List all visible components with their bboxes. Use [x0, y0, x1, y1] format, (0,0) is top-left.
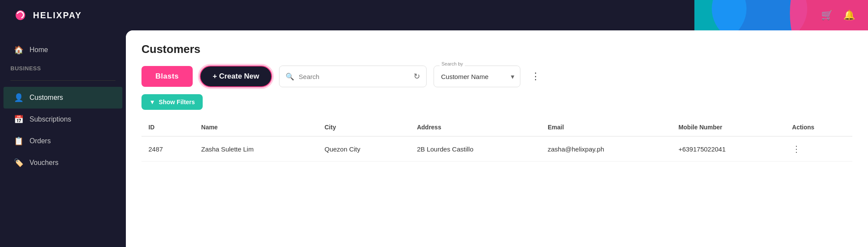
col-email: Email — [541, 119, 671, 136]
search-by-select[interactable]: Customer Name Email Mobile Number ID — [434, 66, 520, 87]
blasts-button[interactable]: Blasts — [141, 66, 193, 87]
col-id: ID — [141, 119, 194, 136]
topbar-right: 🛒 🔔 — [821, 10, 855, 21]
search-container: 🔍 ↻ — [279, 66, 427, 87]
col-name: Name — [194, 119, 318, 136]
more-options-button[interactable]: ⋮ — [527, 69, 544, 84]
table-header-row: ID Name City Address Email Mobile Number… — [141, 119, 852, 136]
cell-name: Zasha Sulette Lim — [194, 136, 318, 161]
row-actions-button[interactable]: ⋮ — [792, 144, 801, 154]
table-header: ID Name City Address Email Mobile Number… — [141, 119, 852, 136]
helixpay-logo-icon — [13, 7, 29, 23]
search-by-label: Search by — [440, 61, 465, 66]
orders-label: Orders — [30, 137, 51, 145]
table-row: 2487 Zasha Sulette Lim Quezon City 2B Lo… — [141, 136, 852, 161]
sidebar-item-orders[interactable]: 📋 Orders — [3, 130, 122, 152]
home-icon: 🏠 — [14, 45, 23, 55]
home-label: Home — [30, 46, 48, 54]
page-title: Customers — [141, 43, 852, 56]
sidebar-item-vouchers[interactable]: 🏷️ Vouchers — [3, 152, 122, 174]
sidebar-item-home[interactable]: 🏠 Home — [3, 39, 122, 61]
filters-row: ▼ Show Filters — [141, 94, 852, 110]
search-input[interactable] — [299, 73, 409, 80]
logo-text: HELIXPAY — [33, 10, 82, 20]
refresh-icon[interactable]: ↻ — [414, 72, 420, 81]
search-icon: 🔍 — [286, 72, 294, 81]
toolbar: Blasts + Create New 🔍 ↻ Search by Custom… — [141, 66, 852, 87]
topbar-left: HELIXPAY — [13, 7, 82, 23]
sidebar-item-subscriptions[interactable]: 📅 Subscriptions — [3, 109, 122, 130]
cell-actions: ⋮ — [785, 136, 852, 161]
cell-mobile: +639175022041 — [671, 136, 785, 161]
bell-icon[interactable]: 🔔 — [843, 10, 855, 21]
sidebar-section-business: Business — [0, 61, 126, 78]
cell-city: Quezon City — [318, 136, 410, 161]
content-area: Customers Blasts + Create New 🔍 ↻ Search… — [126, 30, 868, 247]
create-new-button[interactable]: + Create New — [200, 66, 272, 87]
sidebar-divider — [10, 80, 115, 81]
topbar: HELIXPAY 🛒 🔔 — [0, 0, 868, 30]
col-mobile: Mobile Number — [671, 119, 785, 136]
col-address: Address — [410, 119, 541, 136]
col-city: City — [318, 119, 410, 136]
show-filters-label: Show Filters — [159, 99, 195, 105]
cell-address: 2B Lourdes Castillo — [410, 136, 541, 161]
customers-table: ID Name City Address Email Mobile Number… — [141, 119, 852, 161]
table-body: 2487 Zasha Sulette Lim Quezon City 2B Lo… — [141, 136, 852, 161]
customers-label: Customers — [30, 94, 63, 102]
show-filters-button[interactable]: ▼ Show Filters — [141, 94, 203, 110]
customers-icon: 👤 — [14, 93, 23, 102]
cart-icon[interactable]: 🛒 — [821, 10, 833, 21]
vouchers-icon: 🏷️ — [14, 158, 23, 168]
filter-icon: ▼ — [149, 99, 155, 105]
main-layout: 🏠 Home Business 👤 Customers 📅 Subscripti… — [0, 30, 868, 247]
subscriptions-label: Subscriptions — [30, 115, 71, 123]
cell-id: 2487 — [141, 136, 194, 161]
cell-email: zasha@helixpay.ph — [541, 136, 671, 161]
content-inner: Customers Blasts + Create New 🔍 ↻ Search… — [126, 30, 868, 247]
sidebar: 🏠 Home Business 👤 Customers 📅 Subscripti… — [0, 30, 126, 247]
search-by-container: Search by Customer Name Email Mobile Num… — [434, 66, 520, 87]
orders-icon: 📋 — [14, 136, 23, 146]
col-actions: Actions — [785, 119, 852, 136]
sidebar-item-customers[interactable]: 👤 Customers — [3, 87, 122, 109]
subscriptions-icon: 📅 — [14, 115, 23, 124]
vouchers-label: Vouchers — [30, 159, 59, 167]
